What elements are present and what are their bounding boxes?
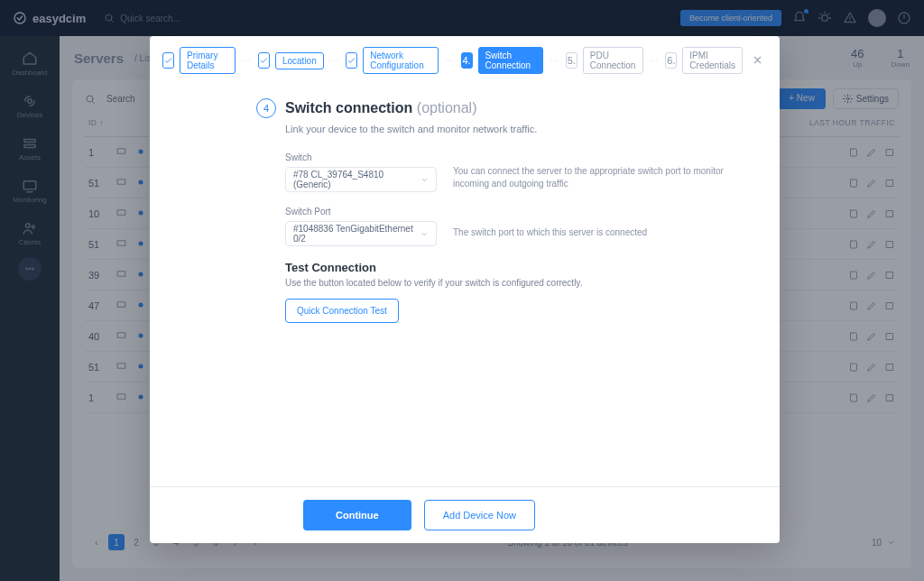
step-check-3[interactable] [346, 52, 357, 69]
switch-selected-value: #78 CL_39764_S4810 (Generic) [293, 170, 420, 189]
switch-description: You can connect the server to the approp… [453, 152, 753, 192]
step-separator: ··· [241, 56, 253, 65]
check-icon [259, 56, 269, 66]
add-device-modal: Primary Details ··· Location ··· Network… [150, 36, 780, 543]
chevron-down-icon [420, 176, 429, 184]
step-pdu-connection[interactable]: PDU Connection [583, 47, 643, 74]
quick-connection-test-button[interactable]: Quick Connection Test [285, 299, 399, 323]
close-button[interactable] [748, 51, 767, 71]
test-connection-heading: Test Connection [285, 261, 753, 274]
section-title: Switch connection (optional) [285, 100, 477, 116]
step-separator: ··· [649, 56, 661, 65]
step-num-6[interactable]: 6. [665, 52, 677, 69]
close-icon [752, 54, 763, 66]
continue-button[interactable]: Continue [303, 500, 411, 530]
switch-label: Switch [285, 152, 437, 162]
step-separator: ··· [329, 56, 341, 65]
step-check-2[interactable] [258, 52, 270, 69]
chevron-down-icon [420, 230, 429, 238]
switch-port-label: Switch Port [285, 207, 437, 217]
step-separator: ··· [549, 56, 560, 65]
test-connection-text: Use the button located below to verify i… [285, 278, 753, 288]
section-subtitle: Link your device to the switch and monit… [285, 124, 753, 134]
wizard-steps: Primary Details ··· Location ··· Network… [150, 36, 780, 86]
step-network-config[interactable]: Network Configuration [363, 47, 439, 74]
check-icon [163, 56, 173, 66]
step-num-4[interactable]: 4. [461, 52, 473, 69]
step-primary-details[interactable]: Primary Details [180, 47, 236, 74]
step-check-1[interactable] [162, 52, 174, 69]
switch-port-description: The switch port to which this server is … [453, 207, 753, 246]
switch-select[interactable]: #78 CL_39764_S4810 (Generic) [285, 167, 437, 192]
check-icon [346, 56, 356, 66]
step-num-5[interactable]: 5. [566, 52, 578, 69]
switch-port-select[interactable]: #1048836 TenGigabitEthernet 0/2 [285, 221, 437, 246]
step-ipmi-credentials[interactable]: IPMI Credentials [682, 47, 743, 74]
step-location[interactable]: Location [275, 52, 324, 69]
step-separator: ··· [444, 56, 456, 65]
switch-port-selected-value: #1048836 TenGigabitEthernet 0/2 [293, 224, 420, 244]
step-switch-connection[interactable]: Switch Connection [478, 47, 544, 74]
add-device-now-button[interactable]: Add Device Now [424, 500, 535, 530]
section-number: 4 [256, 98, 276, 118]
